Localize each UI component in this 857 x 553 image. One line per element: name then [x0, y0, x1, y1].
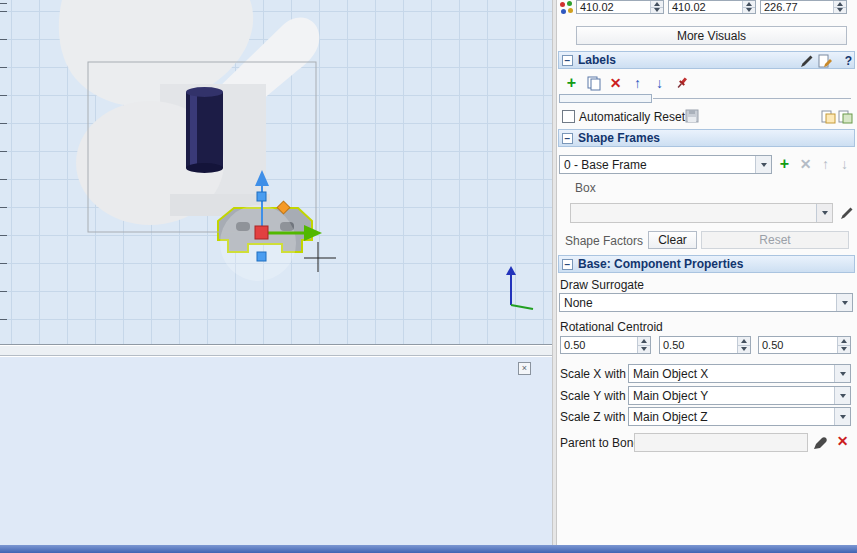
- add-frame-button[interactable]: +: [776, 156, 793, 172]
- copy-label-button[interactable]: [585, 75, 602, 91]
- scale-z-label: Scale Z with: [560, 410, 625, 424]
- scale-x-label: Scale X with: [560, 367, 626, 381]
- frame-select-value: 0 - Base Frame: [560, 158, 755, 172]
- axis-triad: [506, 266, 533, 309]
- scale-y-value: Main Object Y: [629, 389, 834, 403]
- scale-x-select[interactable]: Main Object X: [628, 364, 851, 383]
- spin-up-button[interactable]: [738, 337, 750, 345]
- spin-down-button[interactable]: [834, 7, 846, 14]
- spin-down-button[interactable]: [738, 345, 750, 354]
- draw-surrogate-value: None: [560, 296, 836, 310]
- position-y-spinner[interactable]: 410.02: [668, 0, 756, 14]
- spin-down-button[interactable]: [743, 7, 755, 14]
- scale-y-select[interactable]: Main Object Y: [628, 386, 851, 405]
- label-slider[interactable]: [559, 94, 652, 103]
- delete-label-button[interactable]: ✕: [607, 75, 624, 91]
- scale-z-select[interactable]: Main Object Z: [628, 407, 851, 426]
- collapse-icon[interactable]: −: [562, 133, 573, 144]
- chevron-down-icon[interactable]: [755, 156, 771, 173]
- rotate-circle: [220, 205, 296, 281]
- centroid-y-spinner[interactable]: 0.50: [659, 336, 751, 354]
- bottom-dock-strip: [0, 545, 857, 553]
- auto-reset-label: Automatically Reset: [579, 110, 685, 124]
- centroid-x-spinner[interactable]: 0.50: [560, 336, 651, 354]
- shape-factors-label: Shape Factors: [565, 234, 643, 248]
- cylinder-part[interactable]: [186, 87, 223, 173]
- spin-up-button[interactable]: [838, 337, 850, 345]
- auto-reset-checkbox[interactable]: [562, 110, 575, 123]
- app-window: × 410.02 410.02 226.77 More Visuals − La…: [0, 0, 857, 553]
- gizmo-center-handle: [255, 226, 268, 239]
- gizmo-y-handle-bottom: [257, 252, 266, 261]
- label-slider-track: [653, 98, 851, 99]
- parent-to-bone-label: Parent to Bone: [560, 436, 640, 450]
- position-y-value: 410.02: [669, 1, 742, 13]
- parent-to-bone-input[interactable]: [634, 433, 808, 452]
- centroid-x-value: 0.50: [561, 337, 637, 353]
- bottom-panel: ×: [0, 357, 552, 545]
- paste-settings-icon[interactable]: [837, 108, 854, 124]
- chevron-down-icon[interactable]: [834, 387, 850, 404]
- position-x-spinner[interactable]: 410.02: [576, 0, 664, 14]
- help-icon[interactable]: ?: [841, 54, 856, 68]
- clear-button[interactable]: Clear: [648, 231, 697, 249]
- position-x-value: 410.02: [577, 1, 650, 13]
- box-label: Box: [575, 181, 596, 195]
- position-z-spinner[interactable]: 226.77: [760, 0, 847, 14]
- move-label-down-button[interactable]: ↓: [651, 75, 668, 91]
- horizontal-splitter[interactable]: [0, 346, 552, 356]
- move-label-up-button[interactable]: ↑: [629, 75, 646, 91]
- chevron-down-icon[interactable]: [816, 204, 832, 222]
- centroid-y-value: 0.50: [660, 337, 737, 353]
- vertical-ruler: [0, 0, 7, 344]
- chevron-down-icon[interactable]: [836, 294, 852, 311]
- edit-pencil-icon[interactable]: [799, 54, 814, 68]
- chevron-down-icon[interactable]: [834, 365, 850, 382]
- pin-label-button[interactable]: [673, 75, 690, 91]
- frame-select[interactable]: 0 - Base Frame: [559, 155, 772, 174]
- more-visuals-button[interactable]: More Visuals: [576, 26, 847, 45]
- collapse-icon[interactable]: −: [562, 55, 573, 66]
- scale-x-value: Main Object X: [629, 367, 834, 381]
- spin-down-button[interactable]: [651, 7, 663, 14]
- copy-settings-icon[interactable]: [820, 108, 837, 124]
- shape-frames-section-title: Shape Frames: [578, 131, 660, 145]
- edit-properties-icon[interactable]: [818, 54, 833, 68]
- detach-panel-icon[interactable]: ×: [518, 362, 531, 375]
- collapse-icon[interactable]: −: [562, 259, 573, 270]
- delete-frame-button[interactable]: ✕: [797, 156, 814, 172]
- save-icon[interactable]: [683, 108, 700, 124]
- draw-surrogate-select[interactable]: None: [559, 293, 853, 312]
- add-label-button[interactable]: +: [563, 75, 580, 91]
- scale-z-value: Main Object Z: [629, 410, 834, 424]
- spin-down-button[interactable]: [838, 345, 850, 354]
- rotational-centroid-label: Rotational Centroid: [560, 320, 663, 334]
- component-section-title: Base: Component Properties: [578, 257, 743, 271]
- labels-section-header[interactable]: − Labels ?: [558, 51, 855, 69]
- centroid-z-spinner[interactable]: 0.50: [758, 336, 851, 354]
- clear-bone-button[interactable]: ✕: [834, 433, 851, 449]
- spin-down-button[interactable]: [638, 345, 650, 354]
- centroid-z-value: 0.50: [759, 337, 837, 353]
- component-section-header[interactable]: − Base: Component Properties: [558, 255, 855, 273]
- move-frame-down-button[interactable]: ↓: [836, 156, 853, 172]
- labels-section-title: Labels: [578, 53, 616, 67]
- chevron-down-icon[interactable]: [834, 408, 850, 425]
- spin-up-button[interactable]: [638, 337, 650, 345]
- shape-input[interactable]: [570, 203, 833, 223]
- reset-button[interactable]: Reset: [701, 231, 849, 249]
- edit-shape-pencil-icon[interactable]: [838, 205, 855, 221]
- crosshair-mark: [304, 242, 336, 272]
- scale-y-label: Scale Y with: [560, 389, 626, 403]
- eyedropper-icon[interactable]: [812, 434, 829, 450]
- shape-frames-section-header[interactable]: − Shape Frames: [558, 129, 855, 147]
- move-frame-up-button[interactable]: ↑: [817, 156, 834, 172]
- properties-panel: 410.02 410.02 226.77 More Visuals − Labe…: [557, 0, 857, 545]
- draw-surrogate-label: Draw Surrogate: [560, 278, 644, 292]
- 3d-viewport[interactable]: [0, 0, 552, 345]
- axes-icon: [560, 1, 573, 14]
- robot-arm-scene: [0, 0, 552, 345]
- gizmo-y-handle-top: [257, 192, 266, 201]
- position-z-value: 226.77: [761, 1, 833, 13]
